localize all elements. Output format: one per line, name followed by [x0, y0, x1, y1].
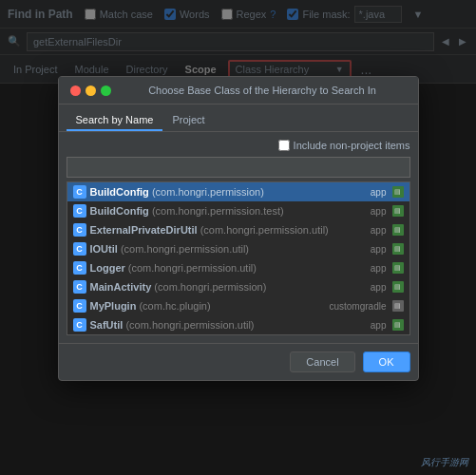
include-non-project-row: Include non-project items	[67, 140, 410, 151]
module-icon: ▤	[392, 243, 404, 255]
watermark: 风行手游网	[421, 456, 468, 469]
list-item[interactable]: CMyPlugin (com.hc.plugin)customgradle▤	[67, 296, 409, 315]
module-icon: ▤	[392, 262, 404, 274]
class-icon: C	[73, 299, 86, 313]
class-name: BuildConfig (com.hongri.permission)	[90, 186, 367, 198]
class-name: IOUtil (com.hongri.permission.util)	[90, 243, 367, 255]
traffic-lights	[70, 86, 111, 96]
modal-dialog: Choose Base Class of the Hierarchy to Se…	[58, 76, 419, 381]
class-name: BuildConfig (com.hongri.permission.test)	[90, 205, 367, 217]
maximize-button[interactable]	[101, 86, 111, 96]
module-icon: ▤	[392, 224, 404, 236]
module-name: customgradle	[329, 301, 386, 312]
module-name: app	[371, 320, 387, 331]
list-item[interactable]: CIOUtil (com.hongri.permission.util)app▤	[67, 239, 409, 258]
class-list: CBuildConfig (com.hongri.permission)app▤…	[67, 181, 410, 335]
class-name: MainActivity (com.hongri.permission)	[90, 281, 367, 293]
cancel-button[interactable]: Cancel	[290, 352, 354, 372]
class-icon: C	[73, 318, 86, 332]
list-item[interactable]: CMainActivity (com.hongri.permission)app…	[67, 277, 409, 296]
modal-overlay: Choose Base Class of the Hierarchy to Se…	[0, 0, 476, 475]
module-icon: ▤	[392, 281, 404, 293]
class-name: ExternalPrivateDirUtil (com.hongri.permi…	[90, 224, 367, 236]
modal-tabs: Search by Name Project	[59, 104, 418, 132]
class-search-input[interactable]	[67, 157, 410, 178]
modal-title: Choose Base Class of the Hierarchy to Se…	[119, 85, 407, 96]
modal-footer: Cancel OK	[59, 343, 418, 380]
list-item[interactable]: CExternalPrivateDirUtil (com.hongri.perm…	[67, 220, 409, 239]
close-button[interactable]	[70, 86, 81, 96]
module-icon: ▤	[392, 205, 404, 217]
module-name: app	[371, 206, 387, 217]
class-icon: C	[73, 242, 86, 256]
module-name: app	[371, 282, 387, 293]
module-name: app	[371, 244, 387, 255]
list-item[interactable]: CBuildConfig (com.hongri.permission)app▤	[67, 182, 409, 201]
modal-content: Include non-project items CBuildConfig (…	[59, 132, 418, 343]
module-icon: ▤	[392, 186, 404, 198]
class-icon: C	[73, 280, 86, 294]
list-item[interactable]: CSafUtil (com.hongri.permission.util)app…	[67, 315, 409, 334]
class-name: Logger (com.hongri.permission.util)	[90, 262, 367, 274]
class-icon: C	[73, 261, 86, 275]
module-name: app	[371, 263, 387, 274]
include-non-project-checkbox[interactable]	[278, 140, 290, 151]
module-name: app	[371, 225, 387, 236]
class-icon: C	[73, 185, 86, 199]
module-name: app	[371, 187, 387, 198]
class-name: SafUtil (com.hongri.permission.util)	[90, 319, 367, 331]
tab-project[interactable]: Project	[162, 110, 214, 131]
class-icon: C	[73, 204, 86, 218]
module-icon: ▤	[392, 319, 404, 331]
list-item[interactable]: CBuildConfig (com.hongri.permission.test…	[67, 201, 409, 220]
module-icon: ▤	[392, 300, 404, 312]
class-name: MyPlugin (com.hc.plugin)	[90, 300, 326, 312]
minimize-button[interactable]	[86, 86, 96, 96]
class-icon: C	[73, 223, 86, 237]
include-non-project-label: Include non-project items	[294, 140, 410, 151]
list-item[interactable]: CLogger (com.hongri.permission.util)app▤	[67, 258, 409, 277]
modal-title-bar: Choose Base Class of the Hierarchy to Se…	[59, 77, 418, 104]
ok-button[interactable]: OK	[363, 352, 410, 372]
tab-search-by-name[interactable]: Search by Name	[67, 110, 163, 131]
